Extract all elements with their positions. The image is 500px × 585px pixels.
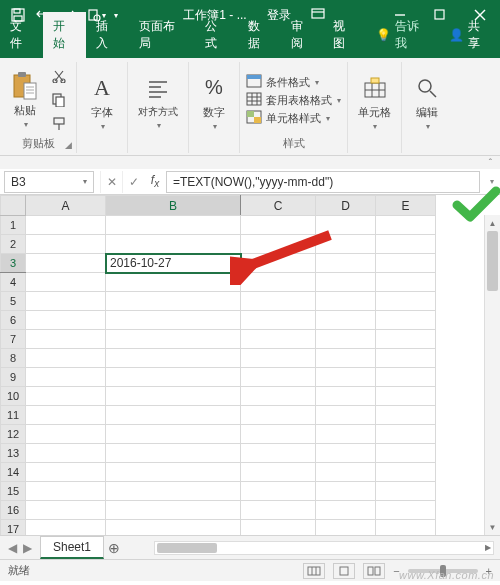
cell[interactable] [316, 349, 376, 368]
cell[interactable] [316, 292, 376, 311]
cell[interactable] [26, 292, 106, 311]
cell[interactable] [241, 387, 316, 406]
cell[interactable] [376, 444, 436, 463]
cell[interactable] [241, 235, 316, 254]
row-header[interactable]: 15 [1, 482, 26, 501]
cell[interactable] [106, 349, 241, 368]
row-header[interactable]: 12 [1, 425, 26, 444]
cell[interactable] [316, 235, 376, 254]
cell[interactable] [106, 216, 241, 235]
row-header[interactable]: 4 [1, 273, 26, 292]
cell[interactable] [106, 235, 241, 254]
cell[interactable] [241, 444, 316, 463]
row-header[interactable]: 17 [1, 520, 26, 536]
cell[interactable] [376, 235, 436, 254]
name-box[interactable]: B3▾ [4, 171, 94, 193]
zoom-slider[interactable] [408, 569, 478, 573]
row-header[interactable]: 3 [1, 254, 26, 273]
cell[interactable] [376, 463, 436, 482]
view-page-layout-icon[interactable] [333, 563, 355, 579]
cell[interactable] [106, 463, 241, 482]
cell[interactable] [26, 235, 106, 254]
cell[interactable] [316, 387, 376, 406]
cell[interactable] [26, 368, 106, 387]
cell-styles-button[interactable]: 单元格样式▾ [246, 110, 341, 126]
cell[interactable] [106, 520, 241, 536]
cell[interactable] [241, 254, 316, 273]
row-header[interactable]: 13 [1, 444, 26, 463]
cell[interactable] [316, 444, 376, 463]
col-header-e[interactable]: E [376, 196, 436, 216]
cell[interactable] [106, 273, 241, 292]
cell[interactable] [376, 387, 436, 406]
cell[interactable] [241, 463, 316, 482]
row-header[interactable]: 11 [1, 406, 26, 425]
cell[interactable] [26, 482, 106, 501]
tab-file[interactable]: 文件 [0, 12, 43, 58]
tab-page-layout[interactable]: 页面布局 [129, 12, 195, 58]
zoom-out-icon[interactable]: − [393, 565, 399, 577]
cell[interactable] [316, 463, 376, 482]
cell[interactable] [26, 330, 106, 349]
font-picker[interactable]: A 字体▾ [83, 71, 121, 133]
cancel-formula-icon[interactable]: ✕ [100, 171, 122, 193]
cell[interactable] [106, 387, 241, 406]
zoom-in-icon[interactable]: + [486, 565, 492, 577]
cut-icon[interactable] [48, 65, 70, 87]
tell-me[interactable]: 💡告诉我 [366, 12, 439, 58]
table-format-button[interactable]: 套用表格格式▾ [246, 92, 341, 108]
row-header[interactable]: 6 [1, 311, 26, 330]
cell[interactable] [106, 444, 241, 463]
cell[interactable] [241, 425, 316, 444]
col-header-d[interactable]: D [316, 196, 376, 216]
cells-button[interactable]: 单元格▾ [354, 71, 395, 133]
cell[interactable] [241, 216, 316, 235]
horizontal-scrollbar[interactable]: ◀ ▶ [154, 541, 494, 555]
cell[interactable] [376, 482, 436, 501]
view-page-break-icon[interactable] [363, 563, 385, 579]
cell[interactable] [26, 406, 106, 425]
cell[interactable] [316, 501, 376, 520]
row-header[interactable]: 5 [1, 292, 26, 311]
row-header[interactable]: 1 [1, 216, 26, 235]
cell[interactable] [241, 482, 316, 501]
tab-formulas[interactable]: 公式 [195, 12, 238, 58]
cell[interactable] [26, 254, 106, 273]
scroll-up-icon[interactable]: ▲ [485, 215, 500, 231]
tab-data[interactable]: 数据 [238, 12, 281, 58]
cell[interactable] [241, 292, 316, 311]
cell[interactable] [241, 520, 316, 536]
conditional-format-button[interactable]: 条件格式▾ [246, 74, 341, 90]
cell[interactable] [106, 368, 241, 387]
cell[interactable] [241, 330, 316, 349]
col-header-a[interactable]: A [26, 196, 106, 216]
cell[interactable] [26, 501, 106, 520]
share-button[interactable]: 👤共享 [439, 12, 500, 58]
row-header[interactable]: 14 [1, 463, 26, 482]
tab-insert[interactable]: 插入 [86, 12, 129, 58]
cell[interactable] [106, 406, 241, 425]
cell[interactable] [376, 349, 436, 368]
cell[interactable] [241, 349, 316, 368]
select-all-corner[interactable] [1, 196, 26, 216]
cell[interactable] [26, 444, 106, 463]
expand-formula-bar-icon[interactable]: ▾ [484, 177, 500, 186]
cell[interactable] [316, 273, 376, 292]
cell[interactable] [376, 501, 436, 520]
row-header[interactable]: 16 [1, 501, 26, 520]
cell[interactable] [376, 254, 436, 273]
cell[interactable] [376, 330, 436, 349]
cell[interactable] [316, 254, 376, 273]
fx-icon[interactable]: fx [144, 173, 166, 189]
sheet-tab-1[interactable]: Sheet1 [40, 536, 104, 559]
collapse-ribbon-icon[interactable]: ˆ [0, 156, 500, 169]
cell[interactable] [316, 482, 376, 501]
cell[interactable] [26, 425, 106, 444]
scroll-right-icon[interactable]: ▶ [481, 542, 495, 554]
view-normal-icon[interactable] [303, 563, 325, 579]
alignment-button[interactable]: 对齐方式▾ [134, 71, 182, 132]
cell[interactable] [316, 330, 376, 349]
cell[interactable] [376, 311, 436, 330]
vertical-scrollbar[interactable]: ▲ ▼ [484, 215, 500, 535]
cell[interactable] [241, 368, 316, 387]
